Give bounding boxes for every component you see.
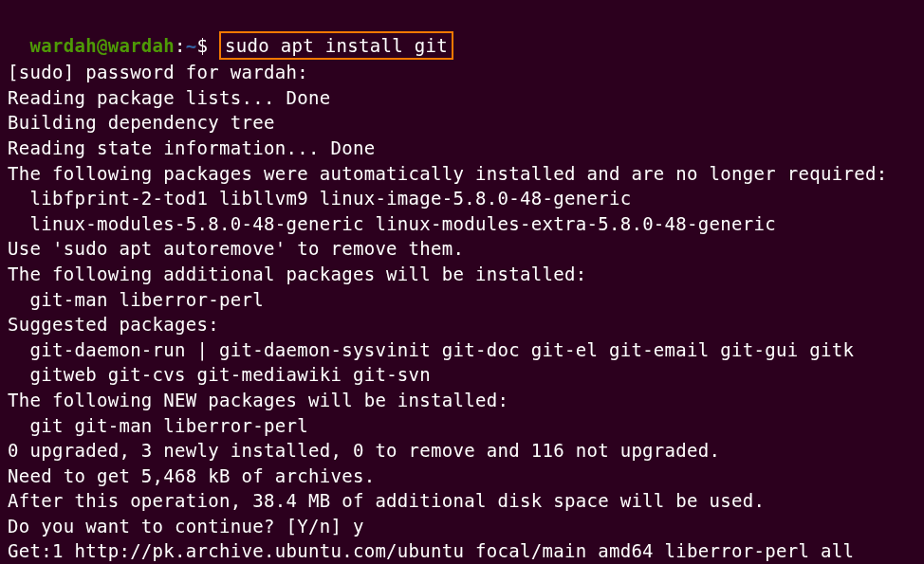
output-line: Reading state information... Done — [8, 136, 916, 161]
output-line: Do you want to continue? [Y/n] y — [8, 514, 916, 539]
output-line: 0 upgraded, 3 newly installed, 0 to remo… — [8, 438, 916, 464]
output-line: Use 'sudo apt autoremove' to remove them… — [8, 236, 916, 262]
output-line: The following additional packages will b… — [8, 262, 916, 287]
output-line: The following packages were automaticall… — [8, 161, 916, 187]
output-line: After this operation, 38.4 MB of additio… — [8, 488, 916, 514]
output-line: [sudo] password for wardah: — [8, 60, 916, 85]
command-input[interactable]: sudo apt install git — [219, 31, 453, 61]
output-line: Building dependency tree — [8, 110, 916, 136]
prompt-path: ~ — [186, 35, 197, 56]
output-line: git git-man liberror-perl — [8, 413, 916, 439]
output-line: git-daemon-run | git-daemon-sysvinit git… — [8, 337, 916, 363]
prompt-symbol: $ — [197, 35, 209, 56]
prompt-separator: : — [175, 35, 186, 56]
output-line: Need to get 5,468 kB of archives. — [8, 464, 916, 489]
output-line: Suggested packages: — [8, 312, 916, 337]
output-line: Reading package lists... Done — [8, 85, 916, 111]
prompt-line: wardah@wardah:~$ sudo apt install git — [8, 6, 916, 60]
output-line: git-man liberror-perl — [8, 287, 916, 313]
output-line: gitweb git-cvs git-mediawiki git-svn — [8, 362, 916, 388]
output-line: libfprint-2-tod1 libllvm9 linux-image-5.… — [8, 186, 916, 211]
output-line: The following NEW packages will be insta… — [8, 388, 916, 413]
output-line: Get:1 http://pk.archive.ubuntu.com/ubunt… — [8, 538, 916, 564]
output-line: linux-modules-5.8.0-48-generic linux-mod… — [8, 211, 916, 237]
prompt-user-host: wardah@wardah — [29, 35, 175, 56]
